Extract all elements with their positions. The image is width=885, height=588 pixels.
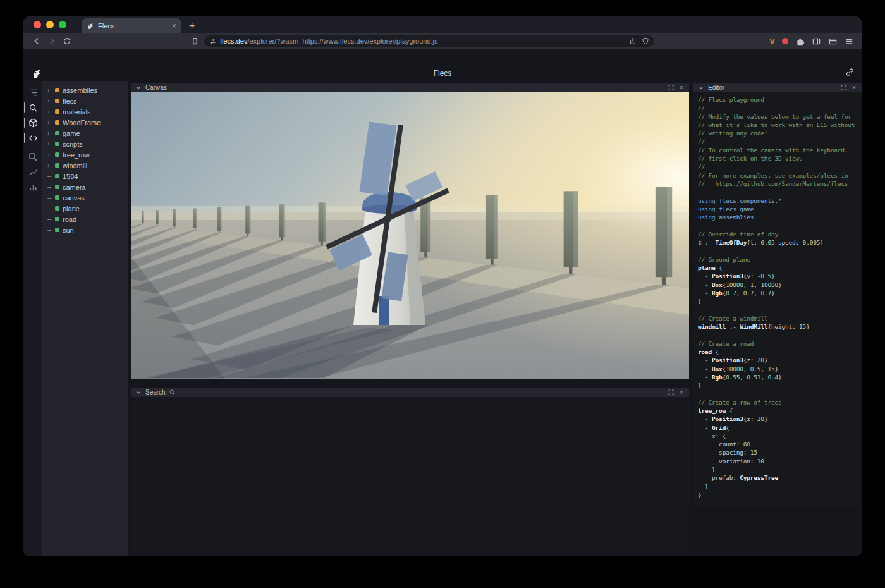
code-line[interactable]: // Create a road <box>698 340 858 348</box>
chart-icon[interactable] <box>23 164 42 180</box>
code-line[interactable]: spacing: 15 <box>698 449 858 457</box>
code-line[interactable] <box>698 390 858 398</box>
close-window-button[interactable] <box>34 21 41 28</box>
tree-item-materials[interactable]: ›materials <box>42 106 128 117</box>
code-line[interactable]: - Rgb{0.7, 0.7, 0.7} <box>698 290 858 298</box>
extension-v-icon[interactable]: V <box>769 37 775 46</box>
code-line[interactable]: // Modify the values below to get a feel… <box>698 113 858 121</box>
tree-item-WoodFrame[interactable]: ›WoodFrame <box>42 117 128 128</box>
code-line[interactable] <box>698 306 858 314</box>
browser-tab[interactable]: Flecs × <box>82 18 181 33</box>
code-line[interactable]: // writing any code! <box>698 130 858 138</box>
url-bar[interactable]: flecs.dev/explorer/?wasm=https://www.fle… <box>204 35 654 47</box>
tree-item-plane[interactable]: ‒plane <box>42 203 128 214</box>
brave-shield-icon[interactable] <box>642 37 649 45</box>
forward-icon[interactable] <box>46 36 58 46</box>
wallet-icon[interactable] <box>828 37 838 46</box>
scene-cube-icon[interactable] <box>23 115 42 130</box>
expand-caret-icon[interactable]: › <box>47 119 52 126</box>
share-link-icon[interactable] <box>845 68 854 79</box>
code-line[interactable]: x: { <box>698 432 858 441</box>
expand-caret-icon[interactable]: › <box>47 87 52 94</box>
expand-caret-icon[interactable]: › <box>47 97 52 104</box>
extensions-puzzle-icon[interactable] <box>795 37 805 46</box>
tree-item-road[interactable]: ‒road <box>42 214 128 224</box>
tree-item-sun[interactable]: ‒sun <box>42 224 128 235</box>
code-line[interactable]: tree_row { <box>698 407 858 415</box>
tree-item-assemblies[interactable]: ›assemblies <box>42 85 128 95</box>
tree-item-camera[interactable]: ‒camera <box>42 181 128 192</box>
expand-caret-icon[interactable]: › <box>47 140 52 147</box>
code-line[interactable]: } <box>698 298 858 306</box>
back-icon[interactable] <box>31 36 42 46</box>
code-line[interactable]: // Create a windmill <box>698 315 858 323</box>
code-line[interactable]: - Rgb{0.55, 0.51, 0.4} <box>698 374 858 382</box>
code-line[interactable]: // To control the camera with the keyboa… <box>698 147 858 155</box>
tree-item-flecs[interactable]: ›flecs <box>42 95 128 106</box>
tree-item-windmill[interactable]: ›windmill <box>42 160 128 171</box>
reload-icon[interactable] <box>61 36 73 46</box>
code-line[interactable]: plane { <box>698 264 858 273</box>
code-line[interactable]: // what it's like to work with an ECS wi… <box>698 121 858 130</box>
code-line[interactable]: road { <box>698 348 858 357</box>
code-line[interactable]: } <box>698 491 858 499</box>
code-line[interactable]: using flecs.game <box>698 205 858 214</box>
new-tab-button[interactable]: + <box>189 21 195 31</box>
code-line[interactable]: // Create a row of trees <box>698 399 858 407</box>
code-line[interactable]: // Flecs playground <box>698 96 858 104</box>
code-line[interactable]: - Position3{z: 20} <box>698 357 858 365</box>
search-results-area[interactable] <box>131 397 689 556</box>
code-line[interactable]: count: 60 <box>698 441 858 449</box>
tree-item-tree_row[interactable]: ›tree_row <box>42 149 128 160</box>
code-line[interactable]: - Position3{y: -0.5} <box>698 273 858 281</box>
tree-item-game[interactable]: ›game <box>42 128 128 138</box>
search-icon[interactable] <box>23 100 42 115</box>
collapse-chevron-icon[interactable] <box>135 85 142 90</box>
collapse-chevron-icon[interactable] <box>135 390 142 395</box>
expand-caret-icon[interactable]: › <box>47 162 52 169</box>
code-line[interactable]: $ :- TimeOfDay{t: 0.05 speed: 0.005} <box>698 239 858 247</box>
code-line[interactable]: // Override time of day <box>698 231 858 239</box>
code-line[interactable]: // <box>698 163 858 171</box>
editor-code[interactable]: // Flecs playground//// Modify the value… <box>693 92 862 507</box>
code-line[interactable]: windmill :- WindMill{height: 15} <box>698 323 858 331</box>
code-line[interactable]: - Box{10000, 0.5, 15} <box>698 365 858 374</box>
menu-icon[interactable] <box>845 37 854 46</box>
collapse-chevron-icon[interactable] <box>697 85 705 90</box>
code-line[interactable] <box>698 222 858 230</box>
code-line[interactable]: } <box>698 466 858 474</box>
tab-close-icon[interactable]: × <box>172 22 176 30</box>
tree-item-1584[interactable]: ‒1584 <box>42 171 128 181</box>
code-line[interactable]: - Box{10000, 1, 10000} <box>698 281 858 290</box>
expand-caret-icon[interactable]: › <box>47 108 52 115</box>
code-line[interactable]: variation: 10 <box>698 458 858 466</box>
code-line[interactable]: // For more examples, see examples/plecs… <box>698 172 858 180</box>
bookmark-icon[interactable] <box>189 36 200 46</box>
expand-caret-icon[interactable]: › <box>47 151 52 158</box>
code-line[interactable]: prefab: CypressTree <box>698 474 858 482</box>
record-indicator-icon[interactable] <box>782 38 788 44</box>
site-settings-icon[interactable] <box>209 38 216 45</box>
close-panel-icon[interactable]: × <box>850 84 858 91</box>
expand-caret-icon[interactable]: › <box>47 130 52 137</box>
code-line[interactable]: using flecs.components.* <box>698 197 858 205</box>
code-icon[interactable] <box>23 130 42 145</box>
zoom-window-button[interactable] <box>59 21 66 28</box>
code-line[interactable] <box>698 247 858 255</box>
minimize-window-button[interactable] <box>46 21 54 28</box>
fullscreen-icon[interactable] <box>839 85 847 90</box>
code-line[interactable]: // first click on the 3D view. <box>698 155 858 163</box>
tree-item-canvas[interactable]: ‒canvas <box>42 192 128 203</box>
sidebar-toggle-icon[interactable] <box>812 37 821 46</box>
fullscreen-icon[interactable] <box>667 85 674 90</box>
inspector-icon[interactable] <box>23 149 42 164</box>
hierarchy-icon[interactable] <box>23 85 42 100</box>
code-line[interactable]: // https://github.com/SanderMertens/flec… <box>698 180 858 188</box>
fullscreen-icon[interactable] <box>667 389 674 395</box>
code-line[interactable] <box>698 331 858 340</box>
code-line[interactable]: - Grid{ <box>698 424 858 432</box>
code-line[interactable]: } <box>698 382 858 390</box>
close-panel-icon[interactable]: × <box>678 84 685 91</box>
code-line[interactable]: // <box>698 138 858 146</box>
3d-viewport[interactable] <box>131 92 689 379</box>
